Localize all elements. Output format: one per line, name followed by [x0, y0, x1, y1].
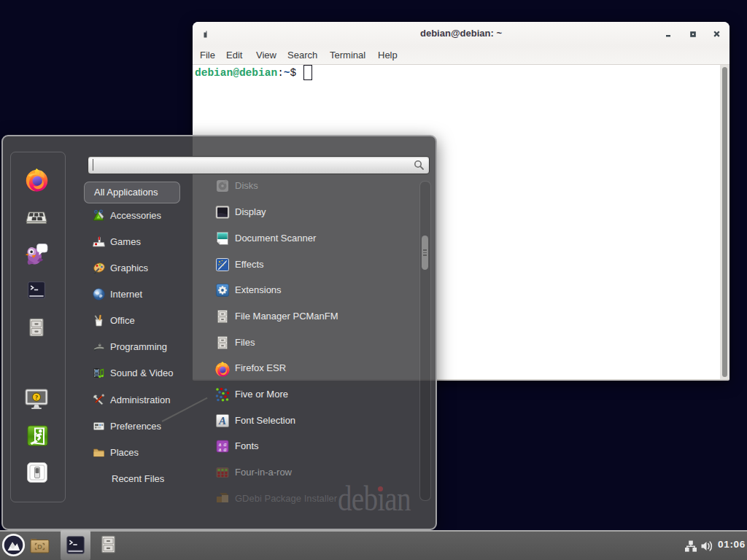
svg-text:a: a	[224, 446, 227, 453]
svg-text:?: ?	[35, 394, 38, 401]
svg-text:D: D	[37, 543, 42, 551]
svg-text:A: A	[218, 415, 226, 427]
svg-text:a: a	[219, 446, 222, 453]
